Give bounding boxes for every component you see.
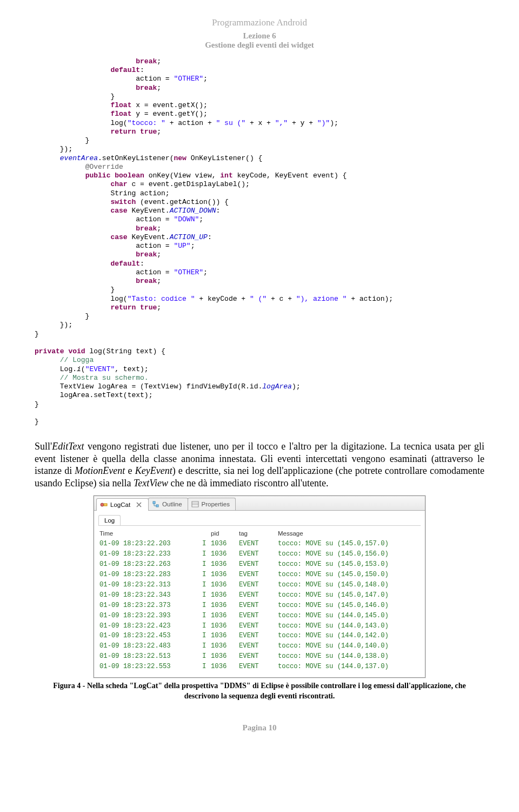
table-row[interactable]: 01-09 18:23:22.343I1036EVENTtocco: MOVE …	[98, 590, 421, 600]
table-row[interactable]: 01-09 18:23:22.263I1036EVENTtocco: MOVE …	[98, 559, 421, 570]
svg-rect-2	[153, 501, 155, 504]
page-footer: Pagina 10	[35, 723, 484, 732]
editor-tabs: LogCat Outline Properties	[94, 496, 425, 511]
tab-label: LogCat	[110, 501, 130, 508]
header-lesson: Lezione 6	[35, 31, 484, 41]
table-row[interactable]: 01-09 18:23:22.233I1036EVENTtocco: MOVE …	[98, 549, 421, 559]
table-row[interactable]: 01-09 18:23:22.203I1036EVENTtocco: MOVE …	[98, 539, 421, 549]
table-row[interactable]: 01-09 18:23:22.513I1036EVENTtocco: MOVE …	[98, 651, 421, 662]
tab-logcat[interactable]: LogCat	[96, 498, 149, 511]
header-tag[interactable]: tag	[239, 530, 278, 537]
header-pid[interactable]: pid	[211, 530, 239, 537]
header-message[interactable]: Message	[278, 530, 421, 537]
tab-properties[interactable]: Properties	[188, 498, 236, 510]
header-program: Programmazione Android	[35, 16, 484, 29]
body-paragraph: Sull'EditText vengono registrati due lis…	[35, 440, 484, 489]
table-row[interactable]: 01-09 18:23:22.373I1036EVENTtocco: MOVE …	[98, 600, 421, 611]
tab-outline[interactable]: Outline	[148, 498, 188, 510]
table-row[interactable]: 01-09 18:23:22.553I1036EVENTtocco: MOVE …	[98, 662, 421, 672]
code-snippet: break; default: action = "OTHER"; break;…	[35, 57, 484, 427]
tab-label: Properties	[202, 501, 230, 507]
logcat-panel: LogCat Outline Properties	[94, 496, 425, 678]
header-time[interactable]: Time	[99, 530, 202, 537]
table-row[interactable]: 01-09 18:23:22.283I1036EVENTtocco: MOVE …	[98, 570, 421, 580]
table-row[interactable]: 01-09 18:23:22.393I1036EVENTtocco: MOVE …	[98, 611, 421, 621]
table-headers: Time pid tag Message	[98, 528, 421, 539]
svg-rect-4	[192, 501, 198, 507]
properties-icon	[191, 500, 199, 508]
figure-caption: Figura 4 - Nella scheda "LogCat" della p…	[45, 681, 474, 702]
subtab-log[interactable]: Log	[98, 515, 121, 525]
header-subtitle: Gestione degli eventi dei widget	[35, 41, 484, 50]
tab-label: Outline	[162, 501, 182, 507]
table-row[interactable]: 01-09 18:23:22.483I1036EVENTtocco: MOVE …	[98, 641, 421, 651]
table-row[interactable]: 01-09 18:23:22.453I1036EVENTtocco: MOVE …	[98, 631, 421, 641]
close-icon[interactable]	[135, 501, 143, 509]
svg-point-0	[101, 503, 104, 506]
svg-rect-1	[104, 504, 107, 506]
table-row[interactable]: 01-09 18:23:22.423I1036EVENTtocco: MOVE …	[98, 621, 421, 631]
logcat-icon	[100, 501, 108, 509]
outline-icon	[152, 500, 159, 508]
svg-rect-3	[156, 505, 158, 507]
table-row[interactable]: 01-09 18:23:22.313I1036EVENTtocco: MOVE …	[98, 580, 421, 590]
